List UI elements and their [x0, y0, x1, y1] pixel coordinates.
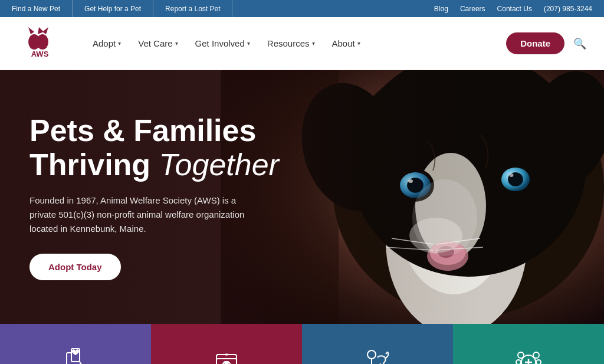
svg-point-2: [37, 34, 48, 50]
hero-title: Pets & Families Thriving Together: [29, 114, 303, 181]
foster-card[interactable]: Foster: [0, 324, 151, 364]
donate-button[interactable]: Donate: [506, 32, 564, 54]
nav-links: Adopt ▾ Vet Care ▾ Get Involved ▾ Resour…: [86, 34, 500, 53]
hero-section: Pets & Families Thriving Together Founde…: [0, 70, 604, 324]
adopt-today-button[interactable]: Adopt Today: [29, 254, 121, 280]
utility-bar: Find a New Pet Get Help for a Pet Report…: [0, 0, 604, 17]
get-help-link[interactable]: Get Help for a Pet: [73, 0, 153, 17]
svg-point-41: [367, 350, 376, 359]
hero-subtitle: Founded in 1967, Animal Welfare Society …: [29, 194, 248, 236]
careers-link[interactable]: Careers: [460, 5, 485, 13]
svg-point-44: [533, 352, 539, 358]
utility-bar-left: Find a New Pet Get Help for a Pet Report…: [0, 0, 422, 17]
svg-text:AWS: AWS: [31, 50, 49, 58]
resources-chevron: ▾: [312, 40, 315, 47]
hero-content: Pets & Families Thriving Together Founde…: [0, 70, 332, 324]
phone-link[interactable]: (207) 985-3244: [544, 5, 592, 13]
adopt-nav[interactable]: Adopt ▾: [86, 34, 128, 53]
contact-link[interactable]: Contact Us: [497, 5, 532, 13]
vetcare-nav[interactable]: Vet Care ▾: [131, 34, 185, 53]
logo-svg: AWS: [18, 21, 62, 65]
give-icon: [212, 346, 241, 365]
cards-row: Foster Give Training: [0, 324, 604, 364]
utility-bar-right: Blog Careers Contact Us (207) 985-3244: [422, 0, 604, 17]
svg-point-43: [518, 352, 524, 358]
about-nav[interactable]: About ▾: [325, 34, 367, 53]
training-card[interactable]: Training: [302, 324, 453, 364]
logo[interactable]: AWS: [18, 21, 62, 65]
vetcare-chevron: ▾: [175, 40, 178, 47]
find-new-pet-link[interactable]: Find a New Pet: [0, 0, 73, 17]
foster-icon: [61, 346, 90, 365]
adopt-chevron: ▾: [118, 40, 121, 47]
get-involved-chevron: ▾: [247, 40, 250, 47]
vetcare-icon: [514, 346, 543, 365]
report-lost-pet-link[interactable]: Report a Lost Pet: [153, 0, 232, 17]
main-nav: AWS Adopt ▾ Vet Care ▾ Get Involved ▾ Re…: [0, 17, 604, 70]
search-icon[interactable]: 🔍: [573, 37, 586, 50]
blog-link[interactable]: Blog: [434, 5, 448, 13]
get-involved-nav[interactable]: Get Involved ▾: [188, 34, 257, 53]
svg-point-45: [516, 360, 521, 365]
about-chevron: ▾: [357, 40, 360, 47]
svg-point-46: [536, 360, 541, 365]
resources-nav[interactable]: Resources ▾: [260, 34, 322, 53]
give-card[interactable]: Give: [151, 324, 302, 364]
training-icon: [363, 346, 392, 365]
vetcare-card[interactable]: Vet Care: [453, 324, 604, 364]
